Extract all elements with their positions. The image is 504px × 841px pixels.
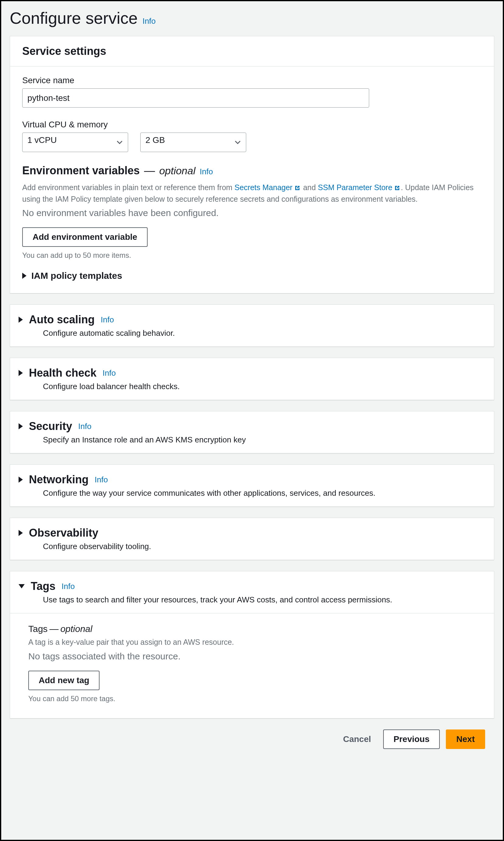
auto-scaling-panel: Auto scaling Info Configure automatic sc… <box>10 304 494 347</box>
observability-panel: Observability Configure observability to… <box>10 518 494 560</box>
networking-info-link[interactable]: Info <box>95 475 108 484</box>
networking-toggle[interactable]: Networking Info <box>28 473 482 486</box>
env-vars-dash: — <box>144 164 155 177</box>
previous-button[interactable]: Previous <box>383 730 440 749</box>
env-vars-optional: optional <box>159 165 195 177</box>
auto-scaling-info-link[interactable]: Info <box>101 315 114 325</box>
auto-scaling-toggle[interactable]: Auto scaling Info <box>28 313 482 326</box>
env-help-prefix: Add environment variables in plain text … <box>22 183 235 192</box>
tags-toggle[interactable]: Tags Info <box>28 580 482 593</box>
tags-body-dash: — <box>49 624 58 634</box>
tags-body-help: A tag is a key-value pair that you assig… <box>28 637 476 648</box>
memory-select[interactable]: 2 GB <box>140 133 246 152</box>
page-title: Configure service <box>10 8 138 28</box>
iam-policy-templates-label: IAM policy templates <box>31 271 122 281</box>
health-check-toggle[interactable]: Health check Info <box>28 366 482 379</box>
service-name-label: Service name <box>22 75 482 85</box>
env-help-mid: and <box>301 183 318 192</box>
env-vars-empty-msg: No environment variables have been confi… <box>22 208 482 218</box>
caret-right-icon <box>22 273 26 279</box>
health-check-title: Health check <box>29 366 96 379</box>
tags-empty-msg: No tags associated with the resource. <box>28 651 476 662</box>
observability-desc: Configure observability tooling. <box>28 542 482 551</box>
service-settings-panel: Service settings Service name Virtual CP… <box>10 36 494 293</box>
security-title: Security <box>29 420 72 433</box>
auto-scaling-title: Auto scaling <box>29 313 95 326</box>
networking-title: Networking <box>29 473 89 486</box>
tags-desc: Use tags to search and filter your resou… <box>28 595 482 604</box>
add-tag-button[interactable]: Add new tag <box>28 671 100 690</box>
health-check-info-link[interactable]: Info <box>103 368 116 378</box>
security-desc: Specify an Instance role and an AWS KMS … <box>28 435 482 445</box>
tags-body-optional: optional <box>60 624 92 634</box>
health-check-panel: Health check Info Configure load balance… <box>10 358 494 400</box>
observability-toggle[interactable]: Observability <box>28 527 482 539</box>
networking-desc: Configure the way your service communica… <box>28 488 482 498</box>
ssm-parameter-store-link[interactable]: SSM Parameter Store <box>318 183 401 192</box>
tags-info-link[interactable]: Info <box>61 582 75 591</box>
wizard-footer: Cancel Previous Next <box>10 730 494 758</box>
next-button[interactable]: Next <box>446 730 485 749</box>
env-vars-limit-note: You can add up to 50 more items. <box>22 251 482 260</box>
external-link-icon <box>292 184 301 192</box>
tags-title: Tags <box>31 580 55 593</box>
env-vars-title: Environment variables <box>22 164 140 177</box>
auto-scaling-desc: Configure automatic scaling behavior. <box>28 328 482 338</box>
caret-down-icon <box>19 584 25 588</box>
caret-right-icon <box>19 477 23 483</box>
tags-limit-note: You can add 50 more tags. <box>28 694 476 703</box>
networking-panel: Networking Info Configure the way your s… <box>10 464 494 507</box>
tags-panel: Tags Info Use tags to search and filter … <box>10 571 494 719</box>
vcpu-memory-label: Virtual CPU & memory <box>22 120 482 130</box>
secrets-manager-link[interactable]: Secrets Manager <box>235 183 301 192</box>
caret-right-icon <box>19 423 23 429</box>
external-link-icon <box>392 184 401 192</box>
caret-right-icon <box>19 316 23 323</box>
page-info-link[interactable]: Info <box>142 16 156 26</box>
iam-policy-templates-toggle[interactable]: IAM policy templates <box>22 271 482 281</box>
security-info-link[interactable]: Info <box>78 422 91 431</box>
health-check-desc: Configure load balancer health checks. <box>28 382 482 391</box>
service-name-input[interactable] <box>22 88 369 107</box>
security-panel: Security Info Specify an Instance role a… <box>10 411 494 453</box>
caret-right-icon <box>19 530 23 536</box>
service-settings-title: Service settings <box>22 45 482 57</box>
add-env-var-button[interactable]: Add environment variable <box>22 227 148 247</box>
vcpu-select[interactable]: 1 vCPU <box>22 133 128 152</box>
observability-title: Observability <box>29 527 98 539</box>
env-vars-help: Add environment variables in plain text … <box>22 182 482 205</box>
cancel-button[interactable]: Cancel <box>337 730 377 749</box>
tags-body-title: Tags <box>28 624 48 634</box>
security-toggle[interactable]: Security Info <box>28 420 482 433</box>
env-vars-info-link[interactable]: Info <box>200 167 213 176</box>
caret-right-icon <box>19 370 23 376</box>
